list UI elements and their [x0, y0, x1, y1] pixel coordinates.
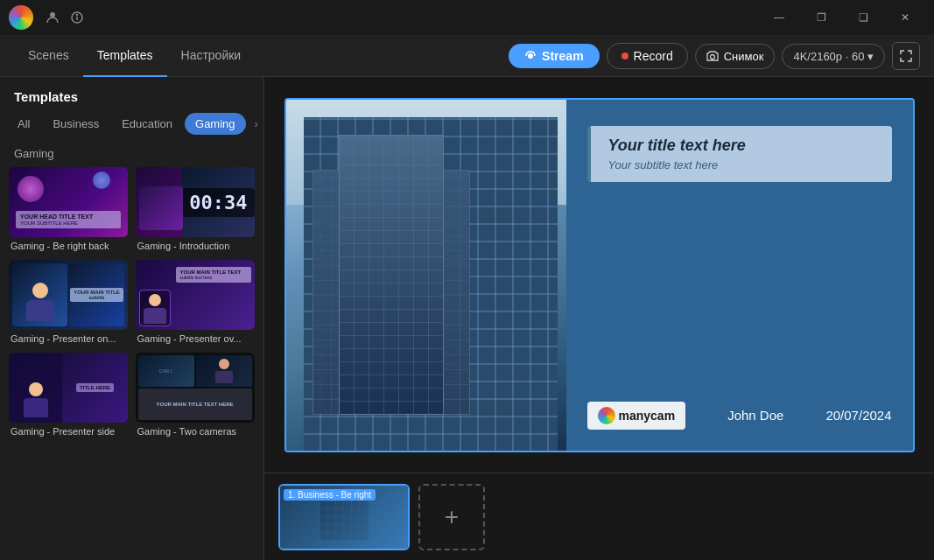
template-thumb: TITLE HERE [9, 353, 128, 423]
sidebar-title: Templates [0, 77, 263, 113]
building-image [286, 100, 566, 451]
thumbnail-bar: 1. Business - Be right + [264, 472, 934, 560]
section-label: Gaming [0, 144, 263, 167]
snapshot-label: Снимок [724, 50, 764, 63]
template-name: Gaming - Introduction [136, 237, 256, 253]
template-item[interactable]: 00:34 Gaming - Introduction [136, 167, 256, 253]
template-name: Gaming - Presenter side [9, 423, 129, 438]
maximize-button[interactable]: ❐ [801, 4, 841, 32]
sidebar-tabs: All Business Education Gaming › [0, 113, 263, 135]
info-icon[interactable] [70, 10, 84, 24]
user-name: John Doe [727, 408, 783, 423]
record-label: Record [634, 49, 673, 63]
nav-scenes[interactable]: Scenes [14, 35, 83, 77]
template-name: Gaming - Presenter on... [9, 330, 129, 346]
template-thumb: 00:34 [136, 167, 255, 237]
quality-label: 4K/2160p · 60 [793, 50, 864, 63]
tab-all[interactable]: All [7, 113, 40, 135]
template-thumb: CAM 1 YOUR MAIN TITLE TEXT HERE [136, 353, 255, 423]
svg-point-4 [528, 53, 533, 59]
fullscreen-button[interactable] [892, 42, 920, 70]
svg-point-0 [50, 12, 55, 18]
snapshot-icon [706, 50, 719, 62]
preview-canvas: Your title text here Your subtitle text … [264, 77, 934, 472]
template-item[interactable]: CAM 1 YOUR MAIN TITLE TEXT HERE Ga [136, 353, 256, 438]
fullscreen-icon [900, 50, 912, 62]
app-logo [9, 5, 33, 30]
date-display: 20/07/2024 [825, 408, 891, 423]
preview-area: Your title text here Your subtitle text … [264, 77, 934, 560]
title-card: Your title text here Your subtitle text … [587, 126, 892, 182]
add-scene-button[interactable]: + [418, 484, 485, 550]
template-name: Gaming - Be right back [9, 237, 129, 253]
svg-point-3 [77, 15, 78, 16]
stream-label: Stream [542, 49, 583, 63]
record-button[interactable]: Record [607, 43, 688, 69]
manycam-icon [598, 407, 615, 424]
manycam-logo: manycam [587, 402, 686, 430]
templates-grid: YOUR HEAD TITLE TEXTYOUR SUBTITLE HERE G… [0, 167, 263, 438]
restore-button[interactable]: ❏ [843, 4, 883, 32]
snapshot-button[interactable]: Снимок [695, 44, 776, 69]
title-card-title: Your title text here [608, 136, 874, 155]
nav-bar: Scenes Templates Настройки Stream Record… [0, 35, 934, 77]
title-bar-icons [46, 10, 84, 24]
quality-arrow: ▾ [867, 50, 874, 63]
manycam-brand-text: manycam [619, 409, 676, 423]
main-layout: Templates All Business Education Gaming … [0, 77, 934, 560]
title-bar: — ❐ ❏ ✕ [0, 0, 934, 35]
info-panel: Your title text here Your subtitle text … [566, 100, 913, 451]
stream-button[interactable]: Stream [509, 44, 599, 68]
record-dot [621, 52, 629, 60]
minimize-button[interactable]: — [759, 4, 799, 32]
template-item[interactable]: TITLE HERE Gaming - Presenter side [9, 353, 129, 438]
info-bottom: manycam John Doe 20/07/2024 [587, 402, 892, 430]
quality-button[interactable]: 4K/2160p · 60 ▾ [782, 44, 885, 69]
template-name: Gaming - Presenter ov... [136, 330, 256, 346]
title-card-subtitle: Your subtitle text here [608, 158, 874, 172]
template-thumb: YOUR MAIN TITLE TEXTsubtitle text here [136, 260, 255, 330]
scene-label: 1. Business - Be right [284, 489, 376, 500]
nav-templates[interactable]: Templates [83, 35, 167, 77]
nav-settings[interactable]: Настройки [167, 35, 256, 77]
sidebar: Templates All Business Education Gaming … [0, 77, 264, 560]
tabs-more-button[interactable]: › [248, 113, 265, 135]
scene-thumbnail[interactable]: 1. Business - Be right [278, 484, 410, 550]
template-item[interactable]: YOUR MAIN TITLE TEXTsubtitle text here G… [136, 260, 256, 346]
nav-controls: Stream Record Снимок 4K/2160p · 60 ▾ [509, 35, 920, 77]
svg-point-5 [710, 55, 714, 60]
stream-icon [524, 50, 537, 62]
template-name: Gaming - Two cameras [136, 423, 256, 438]
template-thumb: YOUR HEAD TITLE TEXTYOUR SUBTITLE HERE [9, 167, 128, 237]
tab-gaming[interactable]: Gaming [185, 113, 246, 135]
template-item[interactable]: YOUR HEAD TITLE TEXTYOUR SUBTITLE HERE G… [9, 167, 129, 253]
tab-business[interactable]: Business [42, 113, 109, 135]
template-item[interactable]: YOUR MAIN TITLEsubtitle Gaming - Present… [9, 260, 129, 346]
window-controls: — ❐ ❏ ✕ [759, 0, 925, 35]
preview-frame: Your title text here Your subtitle text … [284, 98, 915, 452]
close-button[interactable]: ✕ [885, 4, 925, 32]
user-icon[interactable] [46, 10, 60, 24]
template-thumb: YOUR MAIN TITLEsubtitle [9, 260, 128, 330]
tab-education[interactable]: Education [111, 113, 183, 135]
